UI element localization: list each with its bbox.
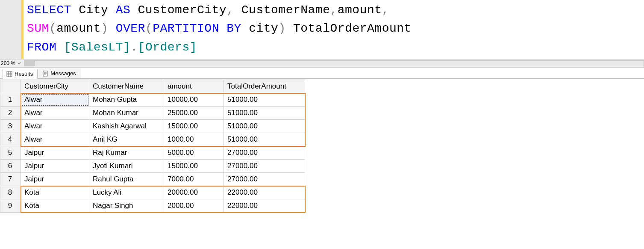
chevron-down-icon[interactable] [17,61,21,65]
cell[interactable]: Alwar [21,107,89,120]
grid-icon [6,71,12,77]
cell[interactable]: 15000.00 [164,120,224,133]
table-row[interactable]: 9KotaNagar Singh2000.0022000.00 [0,199,305,213]
col-header[interactable]: CustomerName [89,80,164,93]
cell[interactable]: Jaipur [21,160,89,173]
results-grid[interactable]: CustomerCity CustomerName amount TotalOr… [0,80,305,213]
row-number[interactable]: 5 [0,146,21,160]
tab-messages-label: Messages [50,70,76,77]
cell[interactable]: 27000.00 [224,146,305,160]
cell[interactable]: Alwar [21,93,89,107]
corner-cell[interactable] [0,80,21,93]
table-row[interactable]: 7JaipurRahul Gupta7000.0027000.00 [0,173,305,186]
sql-editor[interactable]: SELECT City AS CustomerCity, CustomerNam… [0,0,644,59]
cell[interactable]: Jaipur [21,173,89,186]
tab-results[interactable]: Results [3,69,38,79]
cell[interactable]: 5000.00 [164,146,224,160]
cell[interactable]: Kashish Agarwal [89,120,164,133]
tab-messages[interactable]: Messages [38,68,80,78]
cell[interactable]: 15000.00 [164,160,224,173]
row-number[interactable]: 4 [0,133,21,146]
row-number[interactable]: 7 [0,173,21,186]
cell[interactable]: 10000.00 [164,93,224,107]
table-row[interactable]: 3AlwarKashish Agarwal15000.0051000.00 [0,120,305,133]
scrollbar-thumb[interactable] [24,61,35,66]
cell[interactable]: Kota [21,186,89,199]
cell[interactable]: 1000.00 [164,133,224,146]
document-icon [42,71,48,77]
horizontal-scrollbar[interactable] [24,60,644,66]
cell[interactable]: Kota [21,199,89,213]
results-grid-wrap: CustomerCity CustomerName amount TotalOr… [0,79,644,213]
col-header[interactable]: amount [164,80,224,93]
cell[interactable]: 22000.00 [224,199,305,213]
row-number[interactable]: 9 [0,199,21,213]
cell[interactable]: Raj Kumar [89,146,164,160]
cell[interactable]: Jaipur [21,146,89,160]
cell[interactable]: Nagar Singh [89,199,164,213]
zoom-bar: 200 % [0,59,644,68]
cell[interactable]: Mohan Kumar [89,107,164,120]
editor-gutter [0,0,24,59]
result-tabs: Results Messages [0,68,644,79]
cell[interactable]: 27000.00 [224,173,305,186]
cell[interactable]: Rahul Gupta [89,173,164,186]
table-row[interactable]: 4AlwarAnil KG1000.0051000.00 [0,133,305,146]
cell[interactable]: 51000.00 [224,93,305,107]
cell[interactable]: 51000.00 [224,133,305,146]
table-row[interactable]: 1AlwarMohan Gupta10000.0051000.00 [0,93,305,107]
cell[interactable]: Lucky Ali [89,186,164,199]
tab-results-label: Results [15,71,33,77]
zoom-value[interactable]: 200 % [0,60,17,66]
cell[interactable]: Alwar [21,133,89,146]
table-row[interactable]: 6JaipurJyoti Kumari15000.0027000.00 [0,160,305,173]
cell[interactable]: Mohan Gupta [89,93,164,107]
cell[interactable]: 20000.00 [164,186,224,199]
cell[interactable]: 7000.00 [164,173,224,186]
col-header[interactable]: CustomerCity [21,80,89,93]
col-header[interactable]: TotalOrderAmount [224,80,305,93]
row-number[interactable]: 3 [0,120,21,133]
table-row[interactable]: 2AlwarMohan Kumar25000.0051000.00 [0,107,305,120]
svg-rect-0 [7,71,12,77]
cell[interactable]: Anil KG [89,133,164,146]
row-number[interactable]: 2 [0,107,21,120]
table-row[interactable]: 5JaipurRaj Kumar5000.0027000.00 [0,146,305,160]
cell[interactable]: 2000.00 [164,199,224,213]
row-number[interactable]: 6 [0,160,21,173]
cell[interactable]: 27000.00 [224,160,305,173]
cell[interactable]: 25000.00 [164,107,224,120]
row-number[interactable]: 1 [0,93,21,107]
cell[interactable]: Alwar [21,120,89,133]
cell[interactable]: 51000.00 [224,107,305,120]
code-text[interactable]: SELECT City AS CustomerCity, CustomerNam… [24,0,644,59]
row-number[interactable]: 8 [0,186,21,199]
table-row[interactable]: 8KotaLucky Ali20000.0022000.00 [0,186,305,199]
cell[interactable]: 22000.00 [224,186,305,199]
cell[interactable]: 51000.00 [224,120,305,133]
cell[interactable]: Jyoti Kumari [89,160,164,173]
